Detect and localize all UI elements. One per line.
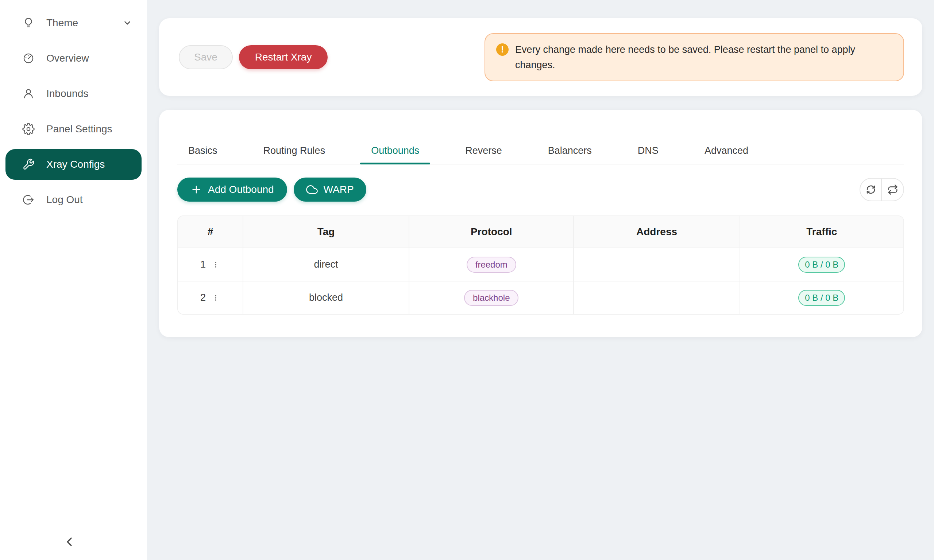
sidebar-item-label: Log Out: [46, 194, 83, 206]
chevron-left-icon: [62, 534, 77, 549]
sidebar-item-xray-configs[interactable]: Xray Configs: [5, 149, 142, 180]
restart-xray-button[interactable]: Restart Xray: [239, 45, 328, 69]
sidebar-item-log-out[interactable]: Log Out: [5, 185, 142, 215]
reset-traffic-button[interactable]: [882, 178, 903, 200]
outbounds-table: # Tag Protocol Address Traffic 1: [177, 215, 904, 315]
cloud-icon: [306, 184, 318, 195]
column-header-tag: Tag: [244, 216, 409, 248]
warning-icon: !: [496, 43, 509, 56]
tab-outbounds[interactable]: Outbounds: [360, 143, 430, 164]
app-root: Theme Overview Inbounds: [0, 0, 934, 560]
protocol-badge: freedom: [467, 257, 516, 273]
sidebar-item-label: Panel Settings: [46, 123, 113, 135]
user-icon: [22, 88, 35, 100]
main-content: Save Restart Xray ! Every change made he…: [147, 0, 934, 560]
table-row: 1 direct freedom 0 B / 0 B: [178, 248, 903, 281]
protocol-badge: blackhole: [464, 290, 518, 306]
sidebar-item-overview[interactable]: Overview: [5, 43, 142, 74]
sidebar-item-label: Inbounds: [46, 88, 88, 100]
table-header-row: # Tag Protocol Address Traffic: [178, 216, 903, 248]
sync-icon: [865, 184, 876, 195]
refresh-button[interactable]: [860, 178, 882, 200]
sidebar-nav: Theme Overview Inbounds: [0, 8, 147, 215]
plus-icon: [190, 184, 202, 195]
column-header-address: Address: [574, 216, 740, 248]
column-header-index: #: [178, 216, 244, 248]
save-button[interactable]: Save: [179, 45, 233, 69]
row-menu-icon[interactable]: [211, 292, 220, 303]
alert-text: Every change made here needs to be saved…: [515, 42, 892, 72]
gear-icon: [22, 123, 35, 135]
tab-bar: Basics Routing Rules Outbounds Reverse B…: [177, 143, 904, 165]
sidebar: Theme Overview Inbounds: [0, 0, 147, 560]
sidebar-item-label: Overview: [46, 52, 89, 64]
chevron-down-icon: [123, 18, 132, 28]
add-outbound-label: Add Outbound: [208, 184, 274, 195]
tab-routing-rules[interactable]: Routing Rules: [253, 143, 336, 164]
warp-button[interactable]: WARP: [294, 178, 366, 202]
sidebar-item-label: Theme: [46, 17, 78, 29]
sidebar-item-label: Xray Configs: [46, 158, 105, 170]
cell-address: [574, 248, 740, 281]
traffic-badge: 0 B / 0 B: [798, 290, 845, 306]
row-menu-icon[interactable]: [211, 259, 220, 270]
column-header-protocol: Protocol: [409, 216, 574, 248]
tab-balancers[interactable]: Balancers: [537, 143, 603, 164]
cell-tag: blocked: [244, 281, 409, 314]
tab-advanced[interactable]: Advanced: [694, 143, 759, 164]
sidebar-collapse-button[interactable]: [59, 532, 80, 552]
warning-alert: ! Every change made here needs to be sav…: [484, 33, 904, 81]
repeat-icon: [887, 184, 898, 195]
outbounds-toolbar: Add Outbound WARP: [177, 178, 904, 202]
lightbulb-icon: [22, 17, 35, 29]
table-actions-group: [860, 178, 904, 201]
row-index: 1: [200, 259, 206, 270]
cell-tag: direct: [244, 248, 409, 281]
sidebar-item-panel-settings[interactable]: Panel Settings: [5, 114, 142, 145]
column-header-traffic: Traffic: [740, 216, 903, 248]
tab-dns[interactable]: DNS: [627, 143, 669, 164]
sidebar-item-theme[interactable]: Theme: [5, 8, 142, 38]
table-row: 2 blocked blackhole 0 B / 0 B: [178, 281, 903, 314]
gauge-icon: [22, 52, 35, 65]
logout-icon: [22, 194, 35, 206]
tab-reverse[interactable]: Reverse: [454, 143, 513, 164]
xray-configs-card: Basics Routing Rules Outbounds Reverse B…: [159, 110, 922, 337]
sidebar-item-inbounds[interactable]: Inbounds: [5, 78, 142, 109]
cell-address: [574, 281, 740, 314]
add-outbound-button[interactable]: Add Outbound: [177, 178, 287, 202]
row-index: 2: [200, 292, 206, 303]
actions-card: Save Restart Xray ! Every change made he…: [159, 18, 922, 96]
tab-basics[interactable]: Basics: [177, 143, 228, 164]
wrench-icon: [22, 158, 35, 171]
traffic-badge: 0 B / 0 B: [798, 257, 845, 273]
warp-label: WARP: [324, 184, 354, 195]
